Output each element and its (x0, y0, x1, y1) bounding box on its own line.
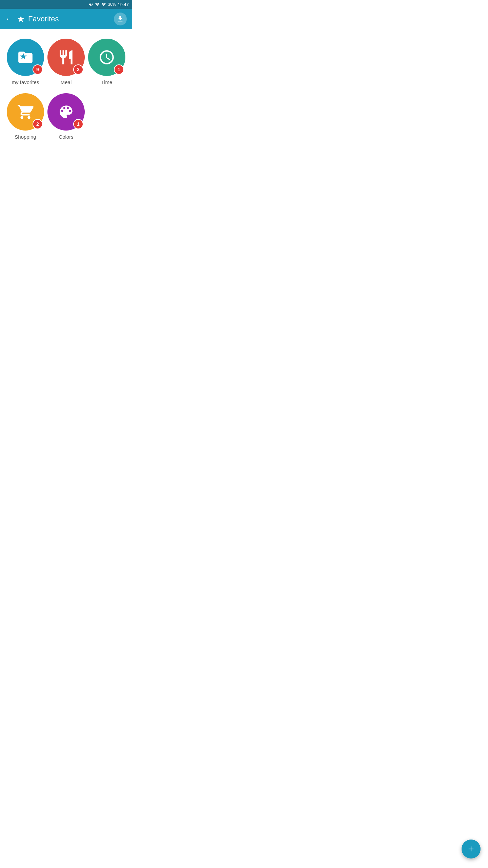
time-label: Time (101, 79, 113, 85)
meal-badge: 3 (73, 64, 83, 75)
meal-circle-wrapper: 3 (47, 39, 85, 76)
back-button[interactable]: ← (5, 15, 13, 23)
status-bar: 36% 19:47 (0, 0, 132, 9)
status-time: 19:47 (118, 2, 129, 7)
download-icon (117, 15, 124, 23)
app-bar: ← ★ Favorites (0, 9, 132, 29)
category-shopping[interactable]: 2 Shopping (7, 93, 44, 140)
download-button[interactable] (114, 13, 127, 25)
category-my-favorites[interactable]: 9 my favorites (7, 39, 44, 85)
colors-icon (58, 103, 75, 120)
meal-icon (58, 49, 75, 66)
my-favorites-icon (17, 49, 34, 66)
my-favorites-circle-wrapper: 9 (7, 39, 44, 76)
colors-circle-wrapper: 1 (47, 93, 85, 131)
my-favorites-badge: 9 (33, 64, 43, 75)
category-time[interactable]: 1 Time (88, 39, 125, 85)
status-icons: 36% 19:47 (88, 2, 129, 7)
mute-icon (88, 2, 93, 7)
category-meal[interactable]: 3 Meal (47, 39, 85, 85)
shopping-circle-wrapper: 2 (7, 93, 44, 131)
time-icon (98, 49, 115, 66)
my-favorites-label: my favorites (12, 79, 39, 85)
app-bar-left: ← ★ Favorites (5, 14, 59, 24)
colors-badge: 1 (73, 119, 83, 129)
signal-icon (101, 2, 106, 7)
shopping-badge: 2 (33, 119, 43, 129)
time-circle-wrapper: 1 (88, 39, 125, 76)
time-badge: 1 (114, 64, 124, 75)
battery-text: 36% (108, 2, 116, 7)
meal-label: Meal (61, 79, 72, 85)
app-bar-title-group: ★ Favorites (17, 14, 59, 24)
shopping-label: Shopping (15, 134, 36, 140)
wifi-icon (95, 2, 100, 7)
page-title: Favorites (28, 15, 59, 23)
category-colors[interactable]: 1 Colors (47, 93, 85, 140)
favorites-star-icon: ★ (17, 14, 25, 24)
categories-grid: 9 my favorites 3 Meal 1 Tim (0, 29, 132, 149)
shopping-icon (17, 103, 34, 120)
colors-label: Colors (59, 134, 73, 140)
